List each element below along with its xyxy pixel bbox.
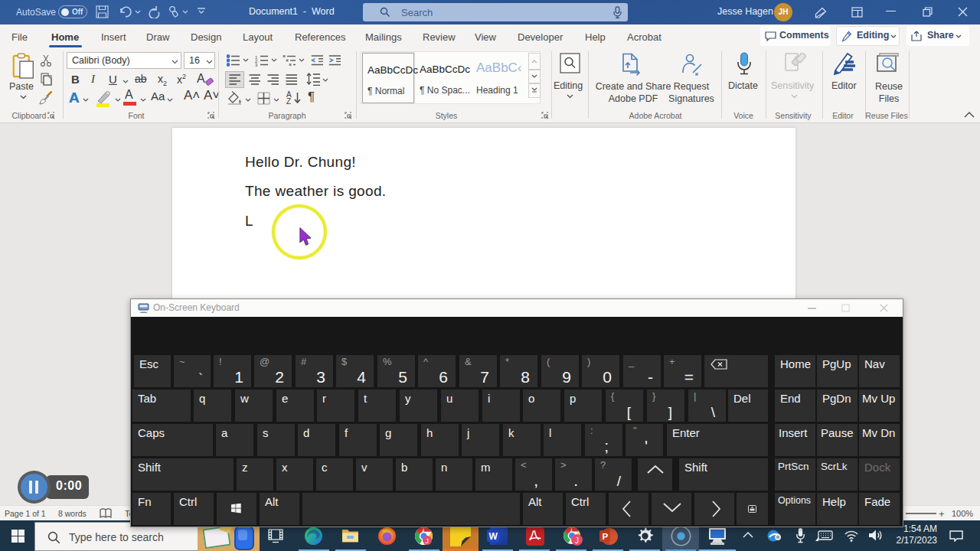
svg-text:W: W xyxy=(489,531,498,542)
svg-text:J: J xyxy=(426,537,430,545)
svg-text:P: P xyxy=(603,532,609,541)
svg-text:3: 3 xyxy=(255,63,258,67)
svg-text:J: J xyxy=(575,536,579,545)
